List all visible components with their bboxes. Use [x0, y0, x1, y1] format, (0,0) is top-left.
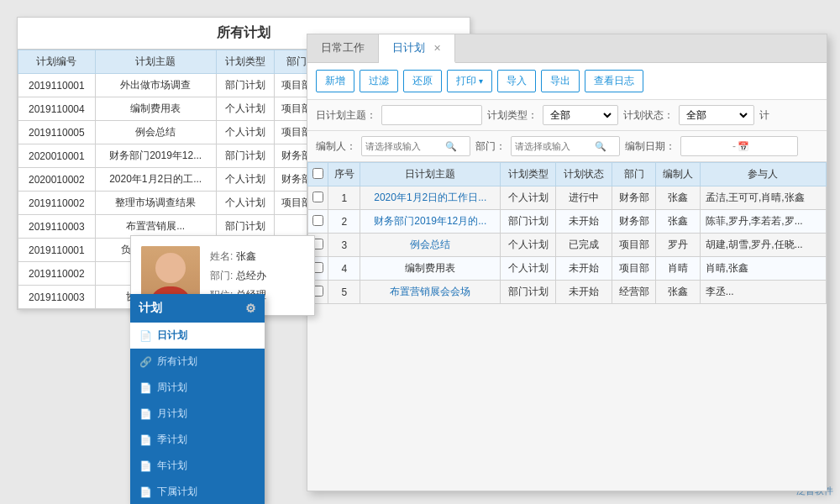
- row-participants: 陈菲,罗丹,李若若,罗...: [700, 210, 826, 234]
- table-row[interactable]: 2财务部门2019年12月的...部门计划未开始财务部张鑫陈菲,罗丹,李若若,罗…: [308, 210, 827, 234]
- bg-table-cell: 财务部门2019年12...: [95, 144, 216, 168]
- bg-table-cell: 部门计划: [216, 144, 274, 168]
- toolbar-btn-新增[interactable]: 新增: [316, 70, 354, 92]
- bg-table-cell: 个人计划: [216, 168, 274, 192]
- row-dept: 财务部: [612, 186, 655, 210]
- row-dept: 财务部: [612, 210, 655, 234]
- bg-table-cell: 2019110003: [18, 286, 96, 309]
- sidebar-item-all[interactable]: 🔗所有计划: [130, 349, 265, 375]
- sidebar-panel: 计划 ⚙ 📄日计划🔗所有计划📄周计划📄月计划📄季计划📄年计划📄下属计划: [130, 294, 265, 504]
- date-label: 编制日期：: [625, 139, 675, 154]
- tab-daily-work[interactable]: 日常工作: [307, 34, 379, 62]
- sidebar-item-icon: 📄: [139, 434, 152, 446]
- bg-table-cell: 2020010002: [18, 168, 96, 192]
- sidebar-item-icon: 📄: [139, 460, 152, 472]
- bg-table-cell: 2019110002: [18, 192, 96, 215]
- creator-search-icon[interactable]: 🔍: [445, 141, 457, 152]
- gear-icon[interactable]: ⚙: [245, 302, 256, 315]
- main-col-header: 计划状态: [556, 163, 612, 186]
- sidebar-item-daily[interactable]: 📄日计划: [130, 323, 265, 349]
- main-tabs: 日常工作 日计划 ✕: [307, 34, 827, 63]
- sidebar-item-monthly[interactable]: 📄月计划: [130, 401, 265, 427]
- row-creator: 张鑫: [656, 281, 700, 304]
- creator-label: 编制人：: [316, 139, 356, 154]
- row-type: 部门计划: [501, 281, 556, 304]
- sidebar-item-label: 所有计划: [157, 354, 197, 369]
- row-status: 未开始: [556, 257, 612, 281]
- row-dept: 项目部: [612, 234, 655, 257]
- dept-value: 总经办: [236, 270, 266, 281]
- main-col-header: 部门: [612, 163, 655, 186]
- main-panel: 日常工作 日计划 ✕ 新增过滤还原打印导入导出查看日志 日计划主题： 计划类型：…: [307, 34, 827, 491]
- subject-label: 日计划主题：: [316, 108, 376, 123]
- type-select[interactable]: 全部个人计划部门计划: [547, 108, 614, 122]
- creator-input[interactable]: [365, 141, 445, 151]
- bg-table-cell: 例会总结: [95, 121, 216, 144]
- sidebar-item-weekly[interactable]: 📄周计划: [130, 375, 265, 401]
- main-col-header: [308, 163, 328, 186]
- subject-link[interactable]: 例会总结: [410, 239, 450, 250]
- user-name-row: 姓名: 张鑫: [210, 249, 304, 264]
- creator-search-wrap: 🔍: [361, 136, 470, 156]
- row-type: 个人计划: [501, 234, 556, 257]
- dept-search-icon[interactable]: 🔍: [595, 141, 606, 152]
- row-num: 2: [328, 210, 360, 234]
- row-creator: 肖晴: [656, 257, 700, 281]
- toolbar-btn-还原[interactable]: 还原: [403, 70, 442, 92]
- toolbar-btn-查看日志[interactable]: 查看日志: [585, 70, 643, 92]
- name-label: 姓名:: [210, 250, 233, 262]
- main-col-header: 计划类型: [501, 163, 556, 186]
- status-select-wrap: 全部未开始进行中已完成: [679, 105, 754, 125]
- tab-close-icon[interactable]: ✕: [433, 43, 441, 53]
- extra-label: 计: [759, 108, 769, 123]
- main-content: 新增过滤还原打印导入导出查看日志 日计划主题： 计划类型： 全部个人计划部门计划…: [307, 63, 827, 487]
- dept-input[interactable]: [515, 141, 595, 151]
- bg-table-cell: 个人计划: [216, 97, 274, 121]
- sidebar-item-label: 月计划: [157, 407, 187, 421]
- status-select[interactable]: 全部未开始进行中已完成: [683, 108, 750, 122]
- sidebar-item-icon: 📄: [139, 382, 152, 394]
- subject-link[interactable]: 财务部门2019年12月的...: [374, 215, 486, 227]
- sidebar-item-icon: 🔗: [139, 356, 152, 368]
- sidebar-item-sub[interactable]: 📄下属计划: [130, 479, 265, 504]
- main-col-header: 参与人: [700, 163, 826, 186]
- table-row[interactable]: 5布置营销展会会场部门计划未开始经营部张鑫李丞...: [308, 281, 827, 304]
- type-label: 计划类型：: [487, 108, 538, 123]
- toolbar-btn-导出[interactable]: 导出: [541, 70, 580, 92]
- sidebar-item-label: 下属计划: [157, 485, 197, 499]
- row-num: 3: [328, 234, 360, 257]
- subject-link[interactable]: 2020年1月2日的工作日...: [374, 192, 486, 203]
- table-row[interactable]: 3例会总结个人计划已完成项目部罗丹胡建,胡雪,罗丹,任晓...: [308, 234, 827, 257]
- bg-table-cell: 个人计划: [216, 192, 274, 215]
- bg-col-header: 计划编号: [18, 50, 96, 74]
- row-checkbox[interactable]: [312, 192, 323, 202]
- date-start-input[interactable]: [685, 141, 731, 151]
- main-col-header: 日计划主题: [360, 163, 501, 186]
- toolbar-btn-过滤[interactable]: 过滤: [360, 70, 398, 92]
- toolbar-btn-打印[interactable]: 打印: [447, 70, 492, 92]
- bg-table-cell: 2019110004: [18, 97, 96, 121]
- table-row[interactable]: 12020年1月2日的工作日...个人计划进行中财务部张鑫孟洁,王可可,肖晴,张…: [308, 186, 827, 210]
- sidebar-title: 计划: [139, 301, 162, 316]
- toolbar-btn-导入[interactable]: 导入: [497, 70, 536, 92]
- sidebar-item-yearly[interactable]: 📄年计划: [130, 453, 265, 479]
- sidebar-item-quarterly[interactable]: 📄季计划: [130, 427, 265, 453]
- bg-table-cell: 2019110002: [18, 262, 96, 286]
- tab-daily-plan[interactable]: 日计划 ✕: [379, 34, 455, 63]
- subject-input[interactable]: [381, 105, 482, 125]
- dept-label: 部门:: [210, 270, 233, 281]
- user-dept-row: 部门: 总经办: [210, 269, 304, 283]
- dept-label: 部门：: [475, 139, 506, 154]
- subject-link[interactable]: 布置营销展会会场: [390, 286, 470, 297]
- select-all-checkbox[interactable]: [312, 168, 323, 179]
- row-creator: 罗丹: [656, 234, 700, 257]
- bg-table-cell: 个人计划: [216, 121, 274, 144]
- bg-table-cell: 整理市场调查结果: [95, 192, 216, 215]
- row-creator: 张鑫: [656, 210, 700, 234]
- bg-table-cell: 外出做市场调查: [95, 74, 216, 97]
- bg-table-cell: 2019110003: [18, 215, 96, 239]
- sidebar-item-label: 年计划: [157, 459, 187, 473]
- table-row[interactable]: 4编制费用表个人计划未开始项目部肖晴肖晴,张鑫: [308, 257, 827, 281]
- row-checkbox[interactable]: [312, 215, 323, 226]
- row-num: 1: [328, 186, 360, 210]
